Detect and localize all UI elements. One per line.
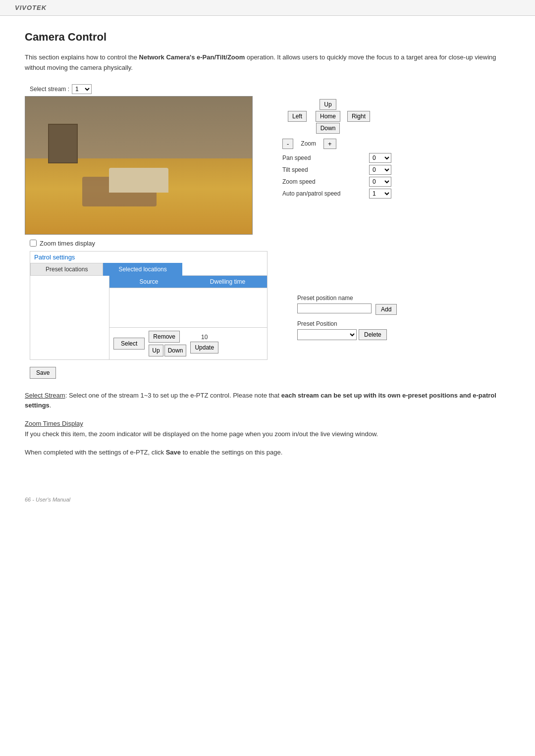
save-note: When completed with the settings of e-PT… xyxy=(25,448,510,458)
preset-position-name-input[interactable] xyxy=(297,303,372,313)
preset-position-label: Preset Position xyxy=(297,320,397,327)
up-button[interactable]: Up xyxy=(149,345,163,356)
save-btn-row: Save xyxy=(30,367,56,379)
auto-pan-select[interactable]: 1234 xyxy=(369,189,391,199)
tilt-speed-select[interactable]: 0123 xyxy=(369,165,391,175)
source-dwelling-header: Source Dwelling time xyxy=(109,276,267,288)
update-button[interactable]: Update xyxy=(190,342,218,353)
select-button[interactable]: Select xyxy=(113,338,145,350)
zoom-times-body: If you check this item, the zoom indicat… xyxy=(25,429,510,440)
zoom-display-checkbox[interactable] xyxy=(30,240,37,247)
zoom-times-heading: Zoom Times Display xyxy=(25,420,510,427)
zoom-row: - Zoom + xyxy=(282,139,336,149)
room-fireplace xyxy=(48,124,78,163)
auto-pan-label: Auto pan/patrol speed xyxy=(282,190,340,197)
patrol-section: Patrol settings Preset locations Selecte… xyxy=(30,251,268,360)
up-down-row: Up Down xyxy=(149,345,186,356)
zoom-minus-button[interactable]: - xyxy=(282,139,293,149)
preset-position-row: Delete xyxy=(297,329,397,340)
down-button[interactable]: Down xyxy=(164,345,187,356)
add-button[interactable]: Add xyxy=(375,304,397,315)
zoom-display-label: Zoom times display xyxy=(40,240,95,247)
zoom-speed-row: Zoom speed 0123 xyxy=(282,177,391,187)
select-stream-heading: Select Stream xyxy=(25,392,65,399)
select-stream-dropdown[interactable]: 1 2 3 xyxy=(72,84,92,94)
ptz-left-button[interactable]: Left xyxy=(288,111,307,122)
pan-speed-row: Pan speed 0123 xyxy=(282,153,391,163)
preset-position-name-label: Preset position name xyxy=(297,295,397,302)
patrol-remove-col: Remove Up Down xyxy=(149,331,186,356)
dwelling-col-header: Dwelling time xyxy=(188,276,267,288)
zoom-speed-label: Zoom speed xyxy=(282,178,316,185)
ptz-controls: Up Left Home Right Down xyxy=(282,99,374,134)
tab-selected-locations[interactable]: Selected locations xyxy=(103,263,182,276)
page-footer-text: 66 - User's Manual xyxy=(25,497,70,503)
pan-speed-label: Pan speed xyxy=(282,154,311,161)
patrol-outer-wrapper: Patrol settings Preset locations Selecte… xyxy=(25,247,268,360)
page-header: VIVOTEK xyxy=(0,0,535,16)
ptz-up-button[interactable]: Up xyxy=(320,99,336,110)
select-stream-label: Select stream : xyxy=(30,86,69,93)
page-title: Camera Control xyxy=(25,31,510,44)
source-col-header: Source xyxy=(109,276,188,288)
video-scene xyxy=(25,97,252,234)
remove-button[interactable]: Remove xyxy=(149,331,180,343)
intro-paragraph: This section explains how to control the… xyxy=(25,52,510,73)
zoom-speed-select[interactable]: 0123 xyxy=(369,177,391,187)
preset-list-column xyxy=(30,276,109,359)
zoom-plus-button[interactable]: + xyxy=(323,139,336,149)
patrol-tabs: Preset locations Selected locations xyxy=(30,263,267,276)
page-footer: 66 - User's Manual xyxy=(0,493,535,506)
selected-data-area xyxy=(109,288,267,328)
select-stream-row: Select stream : 1 2 3 xyxy=(30,84,92,94)
main-content: Camera Control This section explains how… xyxy=(0,16,535,473)
dwell-time-value: 10 xyxy=(197,334,212,341)
tilt-speed-label: Tilt speed xyxy=(282,166,308,173)
patrol-bottom-left: Select xyxy=(113,338,145,350)
camera-control-area: Select stream : 1 2 3 (TCP-AV) 2009/05/1… xyxy=(25,84,510,379)
preset-position-select[interactable] xyxy=(297,329,357,340)
zoom-label: Zoom xyxy=(296,140,321,147)
select-stream-note: Select Stream: Select one of the stream … xyxy=(25,391,510,411)
patrol-title: Patrol settings xyxy=(30,252,267,263)
left-panel: Select stream : 1 2 3 (TCP-AV) 2009/05/1… xyxy=(25,84,268,379)
ptz-right-button[interactable]: Right xyxy=(347,111,370,122)
patrol-bottom-row: Select Remove Up Down xyxy=(109,328,267,359)
patrol-content: Source Dwelling time Select Remove xyxy=(30,276,267,359)
save-button[interactable]: Save xyxy=(30,367,56,379)
right-panel: Up Left Home Right Down - Zoom + xyxy=(282,84,397,340)
auto-pan-row: Auto pan/patrol speed 1234 xyxy=(282,189,391,199)
brand-logo: VIVOTEK xyxy=(15,4,47,11)
selected-locations-column: Source Dwelling time Select Remove xyxy=(109,276,267,359)
room-couch xyxy=(109,168,168,193)
zoom-display-row: Zoom times display xyxy=(30,240,95,247)
tab-preset-locations[interactable]: Preset locations xyxy=(30,263,103,276)
dwell-update-col: 10 Update xyxy=(190,334,218,353)
delete-button[interactable]: Delete xyxy=(359,329,387,340)
pan-speed-select[interactable]: 0123 xyxy=(369,153,391,163)
zoom-times-section: Zoom Times Display If you check this ite… xyxy=(25,420,510,440)
footer-section: Select Stream: Select one of the stream … xyxy=(25,391,510,458)
video-feed: (TCP-AV) 2009/05/13 19:52:41 xyxy=(25,96,253,235)
tilt-speed-row: Tilt speed 0123 xyxy=(282,165,391,175)
ptz-home-button[interactable]: Home xyxy=(316,111,340,122)
ptz-down-button[interactable]: Down xyxy=(316,123,340,134)
preset-right-panel: Preset position name Add Preset Position… xyxy=(297,290,397,340)
